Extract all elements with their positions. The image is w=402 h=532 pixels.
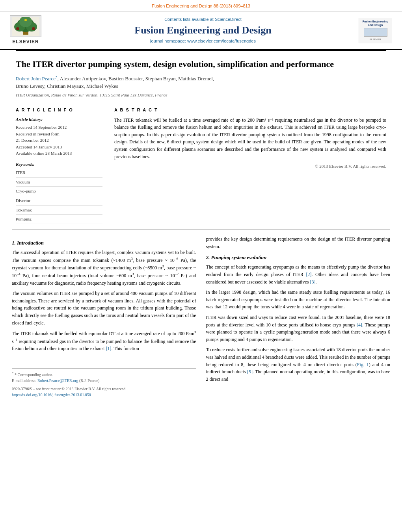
received-line: Received 14 September 2012 [16,124,102,131]
homepage-label: journal homepage: [150,39,187,43]
article-history-label: Article history: [16,117,102,122]
footnote-email: E-mail address: Robert.Pearce@ITER.org (… [12,378,196,384]
intro-para-3: The ITER tokamak will be fuelled with eq… [12,330,196,352]
pumping-para-4: To reduce costs further and solve engine… [206,346,391,383]
contents-line: Contents lists available at ScienceDirec… [55,17,351,22]
keywords-section: Keywords: ITER Vacuum Cryo-pump Divertor… [16,161,102,224]
email-suffix: (R.J. Pearce). [78,378,100,383]
contents-label: Contents lists available at [164,17,215,22]
accepted-line: Accepted 14 January 2013 [16,144,102,150]
keyword-vacuum: Vacuum [16,178,102,187]
revised-label: Received in revised form [16,131,102,137]
svg-point-8 [24,19,27,21]
doi-line: http://dx.doi.org/10.1016/j.fusengdes.20… [12,392,196,398]
intro-section-title: 1. Introduction [12,239,196,247]
intro-para-2: The vacuum volumes on ITER are pumped by… [12,290,196,326]
journal-ref: Fusion Engineering and Design 88 (2013) … [152,4,250,8]
fed-logo-box: Fusion Engineeringand Design ELSEVIER [359,18,392,43]
keyword-divertor: Divertor [16,197,102,206]
journal-title-area: Contents lists available at ScienceDirec… [55,17,351,44]
fed-logo-subtitle: ELSEVIER [370,38,381,41]
authors-line: Robert John Pearce*, Alexander Antipenko… [16,75,386,90]
keyword-cryo: Cryo-pump [16,187,102,196]
elsevier-tree-image [10,15,41,37]
online-line: Available online 28 March 2013 [16,150,102,157]
content-left: 1. Introduction The successful operation… [12,235,196,398]
svg-point-7 [32,27,35,30]
abstract-text: The ITER tokamak will be fuelled at a ti… [114,117,386,161]
footnote-corresponding: * * Corresponding author. [12,371,196,378]
main-content: 1. Introduction The successful operation… [0,230,402,402]
doi-link[interactable]: http://dx.doi.org/10.1016/j.fusengdes.20… [12,393,91,397]
content-right: provides the key design determining requ… [206,235,391,398]
affiliation: ITER Organization, Route de Vinon sur Ve… [16,92,386,98]
abstract-heading: A B S T R A C T [114,107,386,113]
article-info-heading: A R T I C L E I N F O [16,107,102,113]
revised-date: 21 December 2012 [16,137,102,144]
fed-logo: Fusion Engineeringand Design ELSEVIER [357,18,394,43]
journal-header: ELSEVIER Contents lists available at Sci… [0,11,402,50]
article-title: The ITER divertor pumping system, design… [16,59,386,70]
keyword-pumping: Pumping [16,215,102,224]
article-section: The ITER divertor pumping system, design… [0,51,402,229]
pumping-para-2: In the larger 1998 design, which had the… [206,289,391,311]
elsevier-brand-text: ELSEVIER [12,39,39,45]
footnote-section: * * Corresponding author. E-mail address… [12,368,196,398]
top-bar: Fusion Engineering and Design 88 (2013) … [0,0,402,11]
issn-line: 0920-3796/$ – see front matter © 2013 El… [12,386,196,392]
article-info-col: A R T I C L E I N F O Article history: R… [16,107,102,225]
abstract-col: A B S T R A C T The ITER tokamak will be… [114,107,386,225]
homepage-url[interactable]: www.elsevier.com/locate/fusengdes [187,39,256,43]
pumping-intro-text: provides the key design determining requ… [206,235,391,250]
keywords-label: Keywords: [16,161,102,167]
page-wrapper: Fusion Engineering and Design 88 (2013) … [0,0,402,402]
pumping-section-title: 2. Pumping system evolution [206,254,391,261]
pumping-para-1: The concept of batch regenerating cryopu… [206,263,391,285]
svg-point-6 [16,27,19,30]
journal-title: Fusion Engineering and Design [55,24,351,36]
keyword-tokamak: Tokamak [16,206,102,215]
pumping-para-3: ITER was down sized and ways to reduce c… [206,314,391,343]
sciencedirect-link[interactable]: ScienceDirect [215,17,242,22]
keyword-iter: ITER [16,169,102,178]
journal-homepage: journal homepage: www.elsevier.com/locat… [55,38,351,44]
email-link[interactable]: Robert.Pearce@ITER.org [37,378,78,383]
article-info-abstract: A R T I C L E I N F O Article history: R… [16,103,386,225]
intro-para-1: The successful operation of ITER require… [12,249,196,287]
fed-logo-title: Fusion Engineeringand Design [363,20,388,27]
copyright-line: © 2013 Elsevier B.V. All rights reserved… [114,163,386,169]
fed-logo-image [364,28,387,37]
elsevier-logo: ELSEVIER [4,15,47,45]
author-robert: Robert John Pearce [16,76,56,82]
